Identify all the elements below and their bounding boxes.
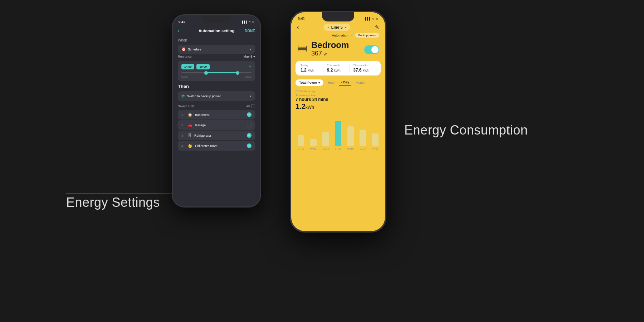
all-label: All <box>246 104 250 108</box>
stat-month-value: 37.6 kWh <box>353 68 376 73</box>
tab-day[interactable]: • Day <box>339 79 351 86</box>
tab-hour[interactable]: Hour <box>326 79 337 86</box>
schedule-text: Schedule <box>188 48 201 51</box>
tab-month[interactable]: Month <box>353 79 367 86</box>
stat-today-value: 1.2 kWh <box>301 68 323 73</box>
total-power-arrow-icon: ▾ <box>318 81 320 84</box>
time-end-badge: 19:00 <box>196 64 209 69</box>
bar-group: 07/16 <box>345 126 356 150</box>
add-time-button[interactable]: + <box>249 64 252 69</box>
garage-icon: 🚗 <box>188 123 192 127</box>
item-name-2: Garage <box>195 123 244 127</box>
schedule-left: ⏰ Schedule <box>181 47 201 51</box>
device-row: 🛏 Bedroom 367 w <box>291 38 385 59</box>
right-nav-bar: ‹ ‹ Line 5 › ✎ <box>291 22 385 32</box>
backup-text: Switch to backup power <box>187 94 221 98</box>
slider-left-thumb[interactable] <box>204 71 208 75</box>
run-once-date[interactable]: May 8 ▾ <box>243 55 255 58</box>
list-item-childrens-room[interactable]: 4 👶 Children's room ✓ <box>178 141 255 151</box>
device-toggle[interactable] <box>364 45 379 54</box>
all-checkbox[interactable] <box>251 104 255 108</box>
right-phone: 9:41 ▌▌▌ ∿ ▭ ‹ ‹ Line 5 › ✎ Automation ✓… <box>290 11 386 233</box>
nav-title: Automation setting <box>199 29 234 33</box>
bar-group: 07/14 <box>320 132 331 150</box>
right-divider <box>376 121 508 121</box>
time-min-label: 00:00 <box>181 75 188 78</box>
chart-date: 07/15 Thursday <box>296 90 381 93</box>
schedule-arrow-icon: ▾ <box>250 48 252 51</box>
run-once-arrow-icon: ▾ <box>253 55 255 58</box>
line-prev-icon[interactable]: ‹ <box>328 25 329 29</box>
battery-icon: ▭ <box>252 20 254 23</box>
check-2 <box>247 123 252 127</box>
right-back-button[interactable]: ‹ <box>297 24 299 30</box>
signal-icon: ▌▌▌ <box>242 21 248 23</box>
check-4: ✓ <box>247 143 252 148</box>
total-power-button[interactable]: Total Power ▾ <box>296 79 323 86</box>
left-status-icons: ▌▌▌ ∿ ▭ <box>242 20 254 23</box>
backup-arrow-icon: ▾ <box>250 94 252 98</box>
select-header: Select 4/10 All <box>173 102 260 109</box>
slider-fill <box>206 72 238 73</box>
time-max-label: 24:00 <box>245 75 252 78</box>
chart-bar-07/13 <box>310 139 317 146</box>
done-button[interactable]: DONE <box>245 29 255 33</box>
check-3: ✓ <box>247 133 252 138</box>
stat-today-period: Today <box>301 64 323 67</box>
right-status-icons: ▌▌▌ ∿ ▭ <box>365 17 379 20</box>
left-phone: 9:41 ▌▌▌ ∿ ▭ ‹ Automation setting DONE W… <box>172 14 261 208</box>
then-label: Then <box>173 82 260 90</box>
left-screen: 9:41 ▌▌▌ ∿ ▭ ‹ Automation setting DONE W… <box>173 15 260 206</box>
backup-power-badge[interactable]: Backup power <box>355 33 379 38</box>
slider-right-thumb[interactable] <box>236 71 239 75</box>
item-num-4: 4 <box>181 144 185 148</box>
time-range-container: 14:00 19:00 + 00:00 24:00 <box>178 61 255 81</box>
select-label: Select 4/10 <box>178 104 194 108</box>
bar-group: 07/12 <box>296 135 307 150</box>
list-item-garage[interactable]: 2 🚗 Garage <box>178 120 255 130</box>
time-labels: 00:00 24:00 <box>181 75 252 78</box>
item-name-3: Refrigerator <box>194 134 244 137</box>
stat-today-unit: kWh <box>308 69 314 72</box>
chart-kwh: 1.2kWh <box>296 102 381 111</box>
list-item-refrigerator[interactable]: 3 🗄 Refrigerator ✓ <box>178 131 255 140</box>
time-badges: 14:00 19:00 + <box>181 64 252 69</box>
line-selector[interactable]: ‹ Line 5 › <box>323 24 350 31</box>
automation-label: Automation <box>332 34 348 37</box>
run-once-row: Run once May 8 ▾ <box>173 55 260 59</box>
schedule-dropdown[interactable]: ⏰ Schedule ▾ <box>178 45 255 54</box>
device-watts-value: 367 <box>311 50 322 57</box>
chart-bar-07/12 <box>298 135 304 146</box>
item-name-4: Children's room <box>195 144 244 148</box>
switch-backup-dropdown[interactable]: ⇄ Switch to backup power ▾ <box>178 91 255 101</box>
list-item-basement[interactable]: 1 🏠 Basement ✓ <box>178 110 255 119</box>
stat-week-period: This week <box>327 64 350 67</box>
bar-label-07/14: 07/14 <box>323 147 329 150</box>
back-button[interactable]: ‹ <box>178 28 180 34</box>
toggle-knob <box>371 46 379 53</box>
left-nav-bar: ‹ Automation setting DONE <box>173 25 260 36</box>
automation-row: Automation ✓ Backup power <box>291 32 385 38</box>
stats-card: Today 1.2 kWh This week 9.2 kWh This mon… <box>296 61 381 75</box>
chart-bar-07/18 <box>372 133 379 146</box>
right-battery-icon: ▭ <box>376 17 379 20</box>
bar-label-07/16: 07/16 <box>347 147 354 150</box>
energy-consumption-label: Energy Consumption <box>404 123 528 138</box>
time-slider[interactable] <box>181 72 252 73</box>
line-next-icon[interactable]: › <box>345 25 346 29</box>
left-status-time: 9:41 <box>179 20 185 24</box>
total-power-label: Total Power <box>299 81 317 84</box>
item-num-1: 1 <box>181 113 185 117</box>
select-all[interactable]: All <box>246 104 255 108</box>
childrens-room-icon: 👶 <box>188 144 192 148</box>
when-label: When <box>173 36 260 44</box>
stat-today: Today 1.2 kWh <box>301 64 323 73</box>
bar-group: 07/13 <box>308 139 319 150</box>
bar-label-07/18: 07/18 <box>372 147 379 150</box>
stat-month-period: This month <box>353 64 376 67</box>
chart-bar-07/17 <box>360 130 366 146</box>
clock-icon: ⏰ <box>181 47 186 51</box>
bar-group: 07/17 <box>357 130 369 150</box>
edit-icon[interactable]: ✎ <box>375 24 379 30</box>
right-notch <box>322 12 354 21</box>
